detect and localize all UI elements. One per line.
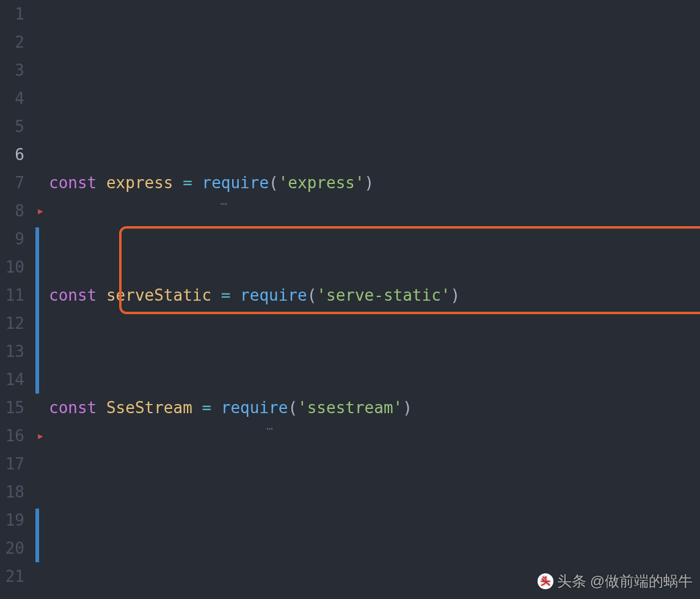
line-number[interactable]: 9 — [0, 225, 24, 253]
line-number[interactable]: 8 — [0, 197, 24, 225]
variable: express — [106, 174, 173, 192]
line-number[interactable]: 19 — [0, 506, 24, 534]
line-number[interactable]: 5 — [0, 112, 24, 141]
code-editor[interactable]: 1 2 3 4 5 6 7 8 9 10 11 12 13 14 15 16 1… — [0, 0, 700, 599]
toutiao-icon: 头 — [538, 573, 553, 589]
line-number[interactable]: 3 — [0, 56, 24, 84]
code-area[interactable]: const express = require('express')… cons… — [46, 0, 700, 599]
inline-hint-icon[interactable]: … — [221, 187, 228, 215]
watermark: 头 头条 @做前端的蜗牛 — [538, 567, 693, 595]
line-number-gutter[interactable]: 1 2 3 4 5 6 7 8 9 10 11 12 13 14 15 16 1… — [0, 0, 37, 599]
code-line[interactable] — [46, 506, 700, 534]
code-line[interactable]: const SseStream = require('ssestream')… — [46, 394, 700, 422]
code-line[interactable]: const serveStatic = require('serve-stati… — [46, 281, 700, 309]
watermark-handle: @做前端的蜗牛 — [590, 567, 693, 595]
fold-marker-icon[interactable]: ▶ — [38, 197, 43, 225]
watermark-prefix: 头条 — [557, 567, 586, 595]
line-number[interactable]: 11 — [0, 281, 24, 309]
line-number-active[interactable]: 6 — [0, 141, 24, 169]
line-number[interactable]: 13 — [0, 337, 24, 366]
line-number[interactable]: 12 — [0, 309, 24, 337]
line-number[interactable]: 17 — [0, 450, 24, 478]
line-number[interactable]: 10 — [0, 253, 24, 281]
line-number[interactable]: 21 — [0, 562, 24, 590]
line-number[interactable]: 1 — [0, 0, 24, 28]
line-number[interactable]: 15 — [0, 394, 24, 422]
git-diff-bar[interactable] — [35, 509, 39, 562]
line-number[interactable]: 7 — [0, 169, 24, 197]
function-call: require — [202, 174, 269, 192]
string: 'express' — [279, 174, 365, 192]
line-number[interactable]: 14 — [0, 366, 24, 394]
fold-marker-icon[interactable]: ▶ — [38, 422, 43, 450]
line-number[interactable]: 4 — [0, 84, 24, 112]
inline-hint-icon[interactable]: … — [266, 412, 274, 440]
line-number[interactable]: 2 — [0, 28, 24, 56]
git-diff-bar[interactable] — [35, 227, 39, 394]
code-line[interactable]: const express = require('express')… — [46, 169, 700, 197]
line-number[interactable]: 20 — [0, 534, 24, 562]
line-number[interactable]: 16 — [0, 422, 24, 450]
line-number[interactable]: 18 — [0, 478, 24, 506]
operator: = — [173, 174, 202, 192]
variable: SseStream — [106, 399, 192, 417]
keyword: const — [49, 174, 97, 192]
variable: serveStatic — [106, 286, 211, 304]
